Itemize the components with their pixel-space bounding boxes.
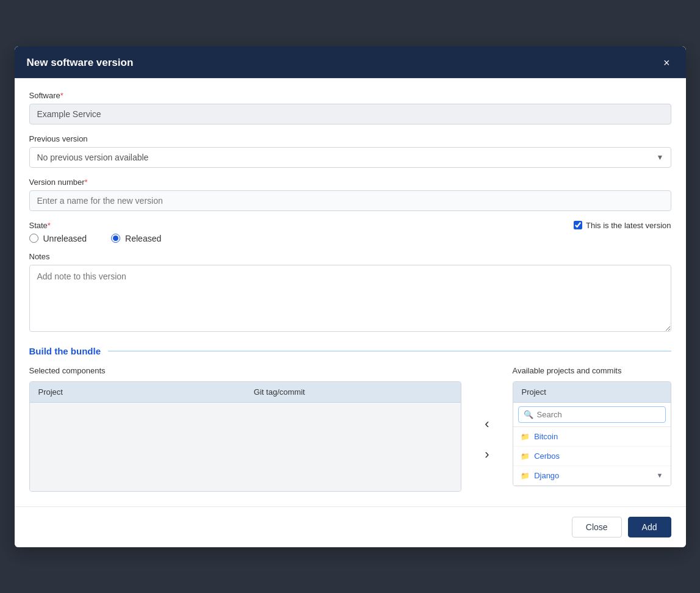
- previous-version-select[interactable]: No previous version available: [29, 147, 671, 168]
- modal-footer: Close Add: [15, 506, 686, 547]
- notes-label: Notes: [29, 252, 671, 261]
- list-item[interactable]: 📁 Cerbos: [513, 447, 671, 466]
- new-software-version-modal: New software version × Software* Previou…: [15, 46, 686, 547]
- modal-body: Software* Previous version No previous v…: [15, 79, 686, 506]
- released-label: Released: [125, 234, 161, 243]
- modal-title: New software version: [27, 57, 134, 69]
- state-radio-group: Unreleased Released: [29, 234, 671, 243]
- selected-components-header: Project Git tag/commit: [30, 382, 461, 403]
- latest-version-label-text: This is the latest version: [586, 221, 671, 230]
- chevron-down-icon: ▼: [657, 472, 663, 479]
- move-right-button[interactable]: ›: [480, 444, 494, 465]
- folder-icon: 📁: [521, 472, 530, 480]
- folder-icon: 📁: [521, 452, 530, 461]
- previous-version-label: Previous version: [29, 134, 671, 143]
- folder-icon: 📁: [521, 433, 530, 441]
- project-item-label: 📁 Django: [521, 471, 560, 480]
- available-projects-panel: Available projects and commits Project 🔍: [513, 366, 671, 486]
- selected-components-table: Project Git tag/commit: [29, 381, 462, 492]
- notes-textarea[interactable]: [29, 265, 671, 332]
- version-number-label: Version number*: [29, 178, 671, 187]
- available-projects-label: Available projects and commits: [513, 366, 671, 375]
- project-list-wrap: 📁 Bitcoin 📁 Cerbos: [513, 427, 671, 486]
- unreleased-radio[interactable]: [29, 234, 38, 243]
- selected-components-panel: Selected components Project Git tag/comm…: [29, 366, 462, 492]
- git-tag-col-header: Git tag/commit: [245, 382, 461, 402]
- released-radio-label[interactable]: Released: [111, 234, 161, 243]
- project-item-label: 📁 Cerbos: [521, 451, 560, 461]
- version-number-group: Version number*: [29, 178, 671, 211]
- build-bundle-divider: Build the bundle: [29, 346, 671, 356]
- state-label: State*: [29, 221, 51, 230]
- list-item[interactable]: 📁 Bitcoin: [513, 427, 671, 447]
- modal-overlay: New software version × Software* Previou…: [0, 0, 700, 593]
- list-item[interactable]: 📁 Django ▼: [513, 466, 671, 486]
- notes-group: Notes: [29, 252, 671, 334]
- move-left-button[interactable]: ‹: [480, 414, 494, 434]
- state-row: State* This is the latest version: [29, 221, 671, 230]
- previous-version-select-wrapper: No previous version available ▼: [29, 147, 671, 168]
- unreleased-label: Unreleased: [43, 234, 87, 243]
- available-projects-table: Project 🔍 📁: [513, 381, 671, 486]
- search-input[interactable]: [536, 407, 660, 422]
- version-number-input[interactable]: [29, 190, 671, 211]
- software-group: Software*: [29, 91, 671, 124]
- modal-close-button[interactable]: ×: [660, 56, 674, 70]
- available-project-col-header: Project: [513, 382, 671, 403]
- previous-version-group: Previous version No previous version ava…: [29, 134, 671, 168]
- software-label: Software*: [29, 91, 671, 100]
- selected-components-body: [30, 403, 461, 491]
- search-row: 🔍: [513, 403, 671, 427]
- latest-version-checkbox[interactable]: [574, 221, 582, 229]
- unreleased-radio-label[interactable]: Unreleased: [29, 234, 87, 243]
- project-list: 📁 Bitcoin 📁 Cerbos: [513, 427, 671, 486]
- latest-version-checkbox-label[interactable]: This is the latest version: [574, 221, 671, 230]
- build-bundle-title: Build the bundle: [29, 346, 101, 356]
- close-button[interactable]: Close: [572, 517, 622, 537]
- modal-header: New software version ×: [15, 46, 686, 79]
- selected-components-label: Selected components: [29, 366, 462, 375]
- bundle-row: Selected components Project Git tag/comm…: [29, 366, 671, 494]
- search-icon: 🔍: [524, 410, 533, 419]
- search-input-wrap: 🔍: [518, 406, 666, 423]
- transfer-arrows: ‹ ›: [474, 384, 500, 494]
- project-col-header: Project: [30, 382, 245, 402]
- divider-line: [108, 351, 671, 351]
- released-radio[interactable]: [111, 234, 120, 243]
- add-button[interactable]: Add: [628, 517, 671, 537]
- software-input: [29, 104, 671, 124]
- project-item-label: 📁 Bitcoin: [521, 432, 558, 441]
